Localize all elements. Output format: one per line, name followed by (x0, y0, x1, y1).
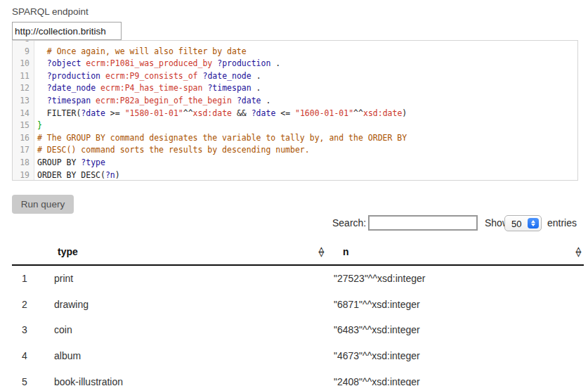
code-text: ?timespan ecrm:P82a_begin_of_the_begin ?… (34, 95, 270, 108)
table-row: 2drawing"6871"^^xsd:integer (12, 292, 584, 318)
line-number: 19 (13, 169, 34, 181)
type-cell: print (46, 273, 327, 284)
code-text: # DESC() command sorts the results by de… (34, 144, 310, 157)
search-label: Search: (332, 217, 366, 229)
code-line: 16# The GROUP BY command designates the … (13, 132, 577, 145)
type-cell: drawing (46, 299, 327, 310)
page-size-selected-value: 50 (511, 219, 521, 229)
code-text: FILTER(?date >= "1580-01-01"^^xsd:date &… (34, 108, 407, 120)
line-number: 16 (13, 132, 34, 145)
endpoint-input[interactable] (12, 22, 122, 40)
code-text: ?production ecrm:P9_consists_of ?date_no… (34, 70, 261, 83)
row-index-cell: 2 (12, 299, 46, 310)
line-number: 10 (13, 58, 34, 70)
code-line: 12 ?date_node ecrm:P4_has_time-span ?tim… (13, 82, 577, 95)
n-cell: "4673"^^xsd:integer (327, 350, 584, 361)
code-text: # Once again, we will also filter by dat… (34, 46, 247, 58)
code-text (34, 40, 37, 46)
row-index-cell: 3 (12, 324, 46, 335)
run-query-button[interactable]: Run query (12, 195, 74, 214)
column-header-n-label: n (343, 246, 349, 257)
line-number: 8 (13, 40, 34, 46)
results-table-body: 1print"27523"^^xsd:integer2drawing"6871"… (12, 266, 584, 386)
column-header-type-label: type (58, 246, 78, 257)
code-text: GROUP BY ?type (34, 157, 105, 169)
table-row: 1print"27523"^^xsd:integer (12, 266, 584, 292)
sort-icon[interactable]: △ ▽ (576, 247, 581, 257)
sort-desc-glyph: ▽ (319, 252, 324, 257)
n-cell: "6483"^^xsd:integer (327, 324, 584, 335)
code-line: 14 FILTER(?date >= "1580-01-01"^^xsd:dat… (13, 108, 577, 120)
code-text: } (34, 120, 42, 132)
code-line: 9 # Once again, we will also filter by d… (13, 46, 577, 58)
row-index-cell: 1 (12, 273, 46, 284)
sparql-code-editor[interactable]: 89 # Once again, we will also filter by … (12, 40, 578, 181)
chevron-up-icon (531, 220, 535, 223)
n-cell: "27523"^^xsd:integer (327, 273, 584, 284)
editor-code-lines: 89 # Once again, we will also filter by … (13, 40, 577, 181)
sort-desc-glyph: ▽ (576, 252, 581, 257)
line-number: 13 (13, 95, 34, 108)
n-cell: "2408"^^xsd:integer (327, 376, 584, 386)
results-table: type △ ▽ n △ ▽ 1print"27523"^^xsd:intege… (12, 239, 584, 386)
code-line: 13 ?timespan ecrm:P82a_begin_of_the_begi… (13, 95, 577, 108)
entries-label: entries (547, 217, 577, 229)
page-size-select[interactable]: 50 (504, 215, 542, 231)
table-row: 4album"4673"^^xsd:integer (12, 343, 584, 369)
sparql-query-page: SPARQL endpoint 89 # Once again, we will… (0, 0, 588, 386)
line-number: 11 (13, 70, 34, 83)
chevron-down-icon (531, 224, 535, 226)
line-number: 12 (13, 82, 34, 95)
type-cell: book-illustration (46, 376, 327, 386)
line-number: 17 (13, 144, 34, 157)
row-index-cell: 5 (12, 376, 46, 386)
code-line: 18GROUP BY ?type (13, 157, 577, 169)
table-row: 3coin"6483"^^xsd:integer (12, 317, 584, 343)
code-line: 15} (13, 120, 577, 132)
code-line: 8 (13, 40, 577, 46)
line-number: 9 (13, 46, 34, 58)
results-table-header: type △ ▽ n △ ▽ (12, 239, 584, 266)
type-cell: album (46, 350, 327, 361)
code-line: 19ORDER BY DESC(?n) (13, 169, 577, 181)
column-header-n[interactable]: n △ ▽ (327, 246, 584, 257)
line-number: 18 (13, 157, 34, 169)
select-stepper-icon (528, 218, 539, 229)
table-row: 5book-illustration"2408"^^xsd:integer (12, 368, 584, 386)
code-line: 11 ?production ecrm:P9_consists_of ?date… (13, 70, 577, 83)
code-text: ORDER BY DESC(?n) (34, 169, 120, 181)
type-cell: coin (46, 324, 327, 335)
sort-icon[interactable]: △ ▽ (319, 247, 324, 257)
line-number: 14 (13, 108, 34, 120)
column-header-type[interactable]: type △ ▽ (46, 246, 327, 257)
n-cell: "6871"^^xsd:integer (327, 299, 584, 310)
row-index-cell: 4 (12, 350, 46, 361)
code-text: # The GROUP BY command designates the va… (34, 132, 407, 145)
code-text: ?date_node ecrm:P4_has_time-span ?timesp… (34, 82, 261, 95)
line-number: 15 (13, 120, 34, 132)
search-input[interactable] (368, 215, 478, 231)
code-line: 17# DESC() command sorts the results by … (13, 144, 577, 157)
code-line: 10 ?object ecrm:P108i_was_produced_by ?p… (13, 58, 577, 70)
endpoint-label: SPARQL endpoint (12, 6, 89, 17)
code-text: ?object ecrm:P108i_was_produced_by ?prod… (34, 58, 280, 70)
